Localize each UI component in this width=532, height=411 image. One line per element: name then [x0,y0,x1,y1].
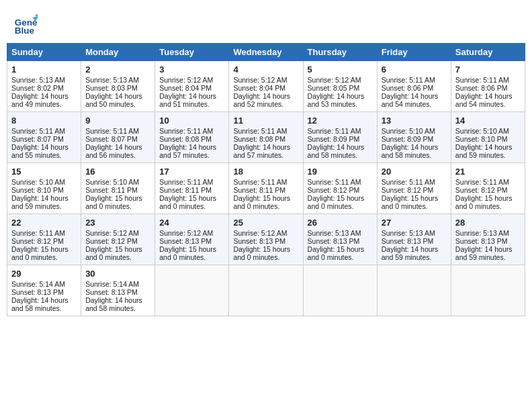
day-number: 13 [382,116,447,126]
day-number: 15 [11,167,77,177]
calendar-cell-day-26: 26Sunrise: 5:13 AMSunset: 8:13 PMDayligh… [303,214,377,265]
calendar-header-wednesday: Wednesday [229,44,303,61]
calendar-cell-day-18: 18Sunrise: 5:11 AMSunset: 8:11 PMDayligh… [229,163,303,214]
day-number: 29 [11,269,77,279]
day-number: 22 [11,218,77,228]
calendar-row-4: 22Sunrise: 5:11 AMSunset: 8:12 PMDayligh… [7,214,525,265]
calendar-cell-day-7: 7Sunrise: 5:11 AMSunset: 8:06 PMDaylight… [451,61,525,112]
calendar-cell-day-9: 9Sunrise: 5:11 AMSunset: 8:07 PMDaylight… [81,112,155,163]
calendar-cell-day-1: 1Sunrise: 5:13 AMSunset: 8:02 PMDaylight… [7,61,81,112]
calendar-cell-day-22: 22Sunrise: 5:11 AMSunset: 8:12 PMDayligh… [7,214,81,265]
calendar-cell-day-11: 11Sunrise: 5:11 AMSunset: 8:08 PMDayligh… [229,112,303,163]
calendar-cell-empty [155,265,229,316]
day-number: 14 [455,116,521,126]
calendar-header-tuesday: Tuesday [155,44,229,61]
calendar-cell-day-3: 3Sunrise: 5:12 AMSunset: 8:04 PMDaylight… [155,61,229,112]
day-number: 27 [382,218,447,228]
calendar-cell-day-8: 8Sunrise: 5:11 AMSunset: 8:07 PMDaylight… [7,112,81,163]
calendar-header-sunday: Sunday [7,44,81,61]
calendar-body: 1Sunrise: 5:13 AMSunset: 8:02 PMDaylight… [7,61,525,316]
calendar-cell-day-15: 15Sunrise: 5:10 AMSunset: 8:10 PMDayligh… [7,163,81,214]
calendar-cell-empty [451,265,525,316]
logo-icon: General Blue [13,12,38,36]
day-number: 25 [233,218,298,228]
day-number: 4 [233,64,298,75]
calendar-row-5: 29Sunrise: 5:14 AMSunset: 8:13 PMDayligh… [7,265,525,316]
calendar-cell-day-17: 17Sunrise: 5:11 AMSunset: 8:11 PMDayligh… [155,163,229,214]
day-number: 11 [233,116,298,126]
calendar-cell-day-19: 19Sunrise: 5:11 AMSunset: 8:12 PMDayligh… [303,163,377,214]
day-number: 8 [11,116,77,126]
day-number: 7 [455,64,521,75]
calendar-row-2: 8Sunrise: 5:11 AMSunset: 8:07 PMDaylight… [7,112,525,163]
calendar-cell-day-29: 29Sunrise: 5:14 AMSunset: 8:13 PMDayligh… [7,265,81,316]
day-number: 24 [159,218,224,228]
calendar-cell-day-23: 23Sunrise: 5:12 AMSunset: 8:12 PMDayligh… [81,214,155,265]
calendar-cell-day-4: 4Sunrise: 5:12 AMSunset: 8:04 PMDaylight… [229,61,303,112]
calendar-cell-empty [377,265,451,316]
calendar-header-thursday: Thursday [303,44,377,61]
calendar-table: SundayMondayTuesdayWednesdayThursdayFrid… [7,43,525,316]
calendar-cell-day-20: 20Sunrise: 5:11 AMSunset: 8:12 PMDayligh… [377,163,451,214]
calendar-cell-day-25: 25Sunrise: 5:12 AMSunset: 8:13 PMDayligh… [229,214,303,265]
calendar-cell-day-30: 30Sunrise: 5:14 AMSunset: 8:13 PMDayligh… [81,265,155,316]
day-number: 18 [233,167,298,177]
day-number: 10 [159,116,224,126]
calendar-cell-day-12: 12Sunrise: 5:11 AMSunset: 8:09 PMDayligh… [303,112,377,163]
calendar-row-1: 1Sunrise: 5:13 AMSunset: 8:02 PMDaylight… [7,61,525,112]
day-number: 23 [85,218,150,228]
calendar-header-row: SundayMondayTuesdayWednesdayThursdayFrid… [7,44,525,61]
day-number: 12 [308,116,373,126]
day-number: 28 [455,218,521,228]
calendar-cell-day-6: 6Sunrise: 5:11 AMSunset: 8:06 PMDaylight… [377,61,451,112]
day-number: 19 [308,167,373,177]
day-number: 21 [455,167,521,177]
calendar-cell-day-14: 14Sunrise: 5:10 AMSunset: 8:10 PMDayligh… [451,112,525,163]
svg-text:Blue: Blue [15,26,35,36]
day-number: 20 [382,167,447,177]
calendar-cell-day-5: 5Sunrise: 5:12 AMSunset: 8:05 PMDaylight… [303,61,377,112]
logo: General Blue [13,12,40,36]
calendar-cell-day-13: 13Sunrise: 5:10 AMSunset: 8:09 PMDayligh… [377,112,451,163]
day-number: 2 [85,64,150,75]
calendar-cell-day-21: 21Sunrise: 5:11 AMSunset: 8:12 PMDayligh… [451,163,525,214]
calendar-cell-day-10: 10Sunrise: 5:11 AMSunset: 8:08 PMDayligh… [155,112,229,163]
day-number: 6 [382,64,447,75]
day-number: 1 [11,64,77,75]
day-number: 5 [308,64,373,75]
calendar-cell-empty [303,265,377,316]
calendar-header-saturday: Saturday [451,44,525,61]
day-number: 16 [85,167,150,177]
day-number: 3 [159,64,224,75]
calendar-header-friday: Friday [377,44,451,61]
calendar-cell-day-2: 2Sunrise: 5:13 AMSunset: 8:03 PMDaylight… [81,61,155,112]
day-number: 26 [308,218,373,228]
calendar-header-monday: Monday [81,44,155,61]
day-number: 9 [85,116,150,126]
day-number: 30 [85,269,150,279]
calendar-cell-day-24: 24Sunrise: 5:12 AMSunset: 8:13 PMDayligh… [155,214,229,265]
calendar-cell-day-27: 27Sunrise: 5:13 AMSunset: 8:13 PMDayligh… [377,214,451,265]
day-number: 17 [159,167,224,177]
calendar-row-3: 15Sunrise: 5:10 AMSunset: 8:10 PMDayligh… [7,163,525,214]
calendar-cell-day-16: 16Sunrise: 5:10 AMSunset: 8:11 PMDayligh… [81,163,155,214]
calendar-cell-day-28: 28Sunrise: 5:13 AMSunset: 8:13 PMDayligh… [451,214,525,265]
page-header: General Blue [7,7,525,39]
calendar-cell-empty [229,265,303,316]
